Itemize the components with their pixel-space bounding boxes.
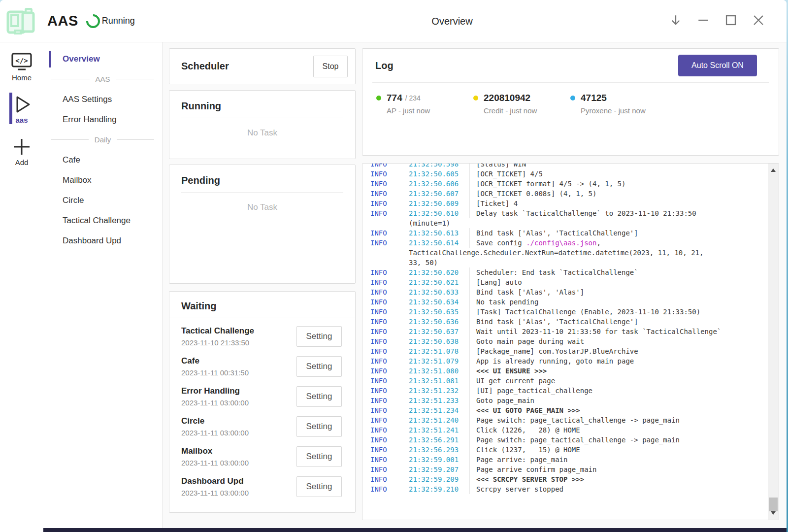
sidebar-item-label: Circle bbox=[63, 196, 84, 205]
log-message: [Task] TacticalChallenge (Enable, 2023-1… bbox=[469, 307, 700, 317]
minimize-icon bbox=[697, 14, 710, 28]
log-message: [Lang] auto bbox=[469, 277, 522, 287]
sidebar-item-tactical-challenge[interactable]: Tactical Challenge bbox=[43, 210, 162, 231]
active-indicator bbox=[49, 51, 51, 67]
scrollbar-down-arrow-icon[interactable] bbox=[771, 511, 776, 515]
minimize-button[interactable] bbox=[697, 15, 710, 28]
task-setting-button[interactable]: Setting bbox=[296, 476, 342, 497]
rail-item-aas[interactable]: aas bbox=[0, 91, 43, 127]
running-title: Running bbox=[181, 100, 343, 112]
sidebar: OverviewAASAAS SettingsError HandlingDai… bbox=[43, 42, 163, 528]
task-setting-button[interactable]: Setting bbox=[296, 356, 342, 377]
divider-line bbox=[116, 79, 155, 79]
log-line: INFO21:32:59.210Scrcpy server stopped bbox=[370, 484, 768, 494]
sidebar-item-aas-settings[interactable]: AAS Settings bbox=[43, 89, 162, 109]
stop-button[interactable]: Stop bbox=[313, 56, 348, 77]
task-setting-button[interactable]: Setting bbox=[296, 326, 342, 347]
log-scrollbar[interactable] bbox=[768, 164, 779, 520]
arrow-down-icon bbox=[669, 14, 682, 28]
log-timestamp: 21:32:51.232 bbox=[409, 386, 469, 396]
log-level: INFO bbox=[370, 465, 409, 474]
sidebar-item-mailbox[interactable]: Mailbox bbox=[43, 170, 162, 190]
sidebar-item-dashboard-upd[interactable]: Dashboard Upd bbox=[43, 231, 162, 251]
log-line: INFO21:32:50.637Wait until 2023-11-10 21… bbox=[370, 327, 768, 336]
svg-text:</>: </> bbox=[15, 57, 28, 65]
log-title: Log bbox=[375, 60, 394, 71]
log-message-continuation: TacticalChallenge.Scheduler.NextRun=date… bbox=[409, 248, 703, 258]
stat-label: Pyroxene - just now bbox=[581, 106, 667, 115]
log-message: Scheduler: End task `TacticalChallenge` bbox=[469, 267, 638, 277]
auto-scroll-toggle-button[interactable]: Auto Scroll ON bbox=[678, 55, 757, 76]
log-line: INFO21:32:50.634No task pending bbox=[370, 297, 768, 307]
waiting-task-name: Circle bbox=[181, 416, 249, 426]
play-icon bbox=[11, 94, 33, 115]
waiting-task-next-run: 2023-11-10 21:33:50 bbox=[181, 338, 254, 347]
sidebar-item-overview[interactable]: Overview bbox=[43, 49, 162, 69]
task-setting-button[interactable]: Setting bbox=[296, 446, 342, 467]
log-level: INFO bbox=[370, 208, 409, 218]
log-line: INFO21:32:51.240Page switch: page_tactic… bbox=[370, 415, 768, 425]
sidebar-section-divider-aas: AAS bbox=[43, 69, 162, 89]
rail-item-add[interactable]: Add bbox=[0, 133, 43, 169]
scrollbar-thumb[interactable] bbox=[769, 498, 778, 511]
stat-suffix: / 234 bbox=[405, 94, 421, 102]
log-timestamp: 21:32:50.609 bbox=[409, 199, 469, 208]
log-timestamp: 21:32:50.621 bbox=[409, 277, 469, 287]
maximize-icon bbox=[724, 14, 737, 28]
log-level: INFO bbox=[370, 376, 409, 386]
log-level: INFO bbox=[370, 336, 409, 346]
log-timestamp: 21:32:50.613 bbox=[409, 228, 469, 238]
log-line: TacticalChallenge.Scheduler.NextRun=date… bbox=[370, 248, 768, 258]
log-level: INFO bbox=[370, 267, 409, 277]
log-level: INFO bbox=[370, 287, 409, 297]
log-output-panel: INFO21:32:50.598[Status] WININFO21:32:50… bbox=[362, 163, 779, 520]
log-header-card: Log Auto Scroll ON 774/ 234AP - just now… bbox=[362, 48, 779, 156]
task-setting-button[interactable]: Setting bbox=[296, 416, 342, 437]
waiting-task-next-run: 2023-11-11 03:00:00 bbox=[181, 429, 249, 437]
sidebar-item-label: Tactical Challenge bbox=[63, 216, 131, 226]
stat-ap: 774/ 234AP - just now bbox=[376, 93, 473, 115]
sidebar-item-cafe[interactable]: Cafe bbox=[43, 150, 162, 170]
stat-dot-icon bbox=[473, 96, 478, 100]
sidebar-item-error-handling[interactable]: Error Handling bbox=[43, 109, 162, 130]
close-button[interactable] bbox=[752, 15, 765, 28]
waiting-task-list: Tactical Challenge2023-11-10 21:33:50Set… bbox=[169, 321, 355, 501]
log-timestamp: 21:32:56.291 bbox=[409, 435, 469, 445]
log-message-continuation: (minute=1) bbox=[409, 218, 450, 228]
active-indicator bbox=[49, 172, 51, 189]
bottom-bar bbox=[43, 528, 787, 532]
waiting-task-name: Mailbox bbox=[181, 446, 249, 456]
log-message: Page arrive confirm page_main bbox=[469, 465, 596, 474]
maximize-button[interactable] bbox=[724, 15, 737, 28]
log-level: INFO bbox=[370, 238, 409, 248]
log-timestamp: 21:32:59.210 bbox=[409, 484, 469, 494]
log-lines[interactable]: INFO21:32:50.598[Status] WININFO21:32:50… bbox=[370, 163, 768, 520]
rail-item-home[interactable]: </>Home bbox=[0, 48, 43, 85]
waiting-task-name: Dashboard Upd bbox=[181, 476, 249, 486]
sidebar-item-circle[interactable]: Circle bbox=[43, 190, 162, 210]
log-line: INFO21:32:51.241Click (1226, 28) @ HOME bbox=[370, 425, 768, 435]
log-message: Bind task ['Alas', 'TacticalChallenge'] bbox=[469, 317, 638, 327]
log-level: INFO bbox=[370, 435, 409, 445]
stat-label: Credit - just now bbox=[484, 106, 570, 115]
log-message: [OCR_TICKET 0.008s] (4, 1, 5) bbox=[469, 189, 596, 199]
active-indicator bbox=[9, 93, 12, 124]
waiting-task-next-run: 2023-11-11 03:00:00 bbox=[181, 399, 249, 407]
log-line: INFO21:32:50.598[Status] WIN bbox=[370, 163, 768, 169]
log-message: Goto main page during wait bbox=[469, 336, 584, 346]
task-setting-button[interactable]: Setting bbox=[296, 386, 342, 407]
log-line: INFO21:32:51.079App is already running, … bbox=[370, 356, 768, 366]
rail-item-label: aas bbox=[15, 116, 28, 124]
log-level: INFO bbox=[370, 445, 409, 455]
log-level: INFO bbox=[370, 366, 409, 376]
log-message: [OCR_TICKET] 4/5 bbox=[469, 169, 543, 179]
scrollbar-up-arrow-icon[interactable] bbox=[771, 168, 776, 172]
log-message: [Status] WIN bbox=[469, 163, 526, 169]
log-message: Page arrive: page_main bbox=[469, 455, 567, 465]
log-message: <<< UI ENSURE >>> bbox=[469, 366, 547, 376]
waiting-task-info: Cafe2023-11-11 00:31:50 bbox=[181, 356, 249, 377]
log-message: Goto page_main bbox=[469, 396, 534, 405]
log-timestamp: 21:32:50.614 bbox=[409, 238, 469, 248]
log-timestamp: 21:32:50.598 bbox=[409, 163, 469, 169]
tray-arrow-button[interactable] bbox=[669, 15, 682, 28]
